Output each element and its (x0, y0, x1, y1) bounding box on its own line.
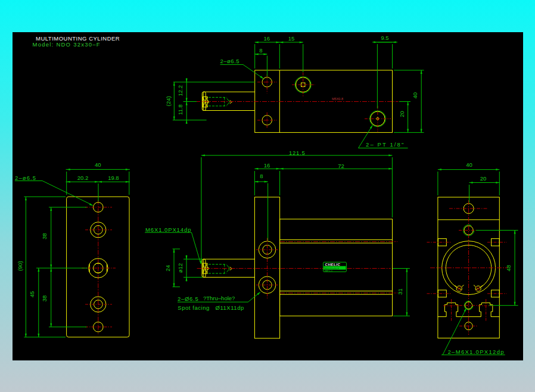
svg-text:8: 8 (259, 47, 262, 54)
svg-text:24: 24 (164, 265, 171, 272)
svg-text:48: 48 (505, 265, 512, 272)
svg-text:31: 31 (397, 288, 403, 295)
svg-text:2–ø6.5: 2–ø6.5 (220, 58, 240, 64)
svg-text:2–ø6.5: 2–ø6.5 (15, 175, 36, 181)
svg-text:40: 40 (466, 161, 472, 168)
svg-text:45: 45 (29, 291, 35, 298)
svg-text:121.5: 121.5 (289, 150, 306, 156)
svg-text:40: 40 (412, 92, 419, 99)
svg-text:20: 20 (480, 175, 487, 182)
svg-text:38: 38 (41, 295, 48, 302)
svg-text:(90): (90) (17, 261, 23, 271)
svg-text:?Thru–hole?: ?Thru–hole? (203, 295, 235, 301)
svg-text:Spot facing Ø11X11dp: Spot facing Ø11X11dp (178, 304, 244, 311)
svg-text:CHELIC: CHELIC (325, 263, 341, 266)
svg-text:12.2: 12.2 (177, 85, 183, 97)
svg-text:2– PT 1/8": 2– PT 1/8" (366, 141, 405, 148)
svg-text:8: 8 (260, 173, 263, 179)
svg-text:9.5: 9.5 (381, 35, 388, 41)
svg-text:38: 38 (41, 233, 48, 239)
svg-text:2–Ø6.5: 2–Ø6.5 (178, 295, 198, 302)
svg-text:M6X1.0PX14dp: M6X1.0PX14dp (145, 226, 191, 233)
svg-text:2–M6X1.0PX12dp: 2–M6X1.0PX12dp (448, 349, 505, 355)
svg-text:20.2: 20.2 (77, 175, 89, 181)
svg-text:11.8: 11.8 (177, 104, 183, 115)
svg-text:40: 40 (95, 161, 101, 168)
svg-text:VNP C-1: VNP C-1 (325, 270, 332, 272)
svg-text:16: 16 (264, 162, 270, 169)
svg-text:19.8: 19.8 (108, 175, 119, 181)
svg-text:Model: NDO 32x30–F: Model: NDO 32x30–F (33, 41, 101, 48)
svg-text:16: 16 (264, 35, 270, 42)
svg-text:15: 15 (288, 35, 295, 42)
svg-text:20: 20 (399, 111, 405, 117)
svg-text:72: 72 (338, 163, 344, 169)
svg-text:ø12: ø12 (177, 263, 183, 273)
svg-text:M5X0.8: M5X0.8 (332, 97, 343, 101)
svg-text:(24): (24) (165, 96, 172, 106)
